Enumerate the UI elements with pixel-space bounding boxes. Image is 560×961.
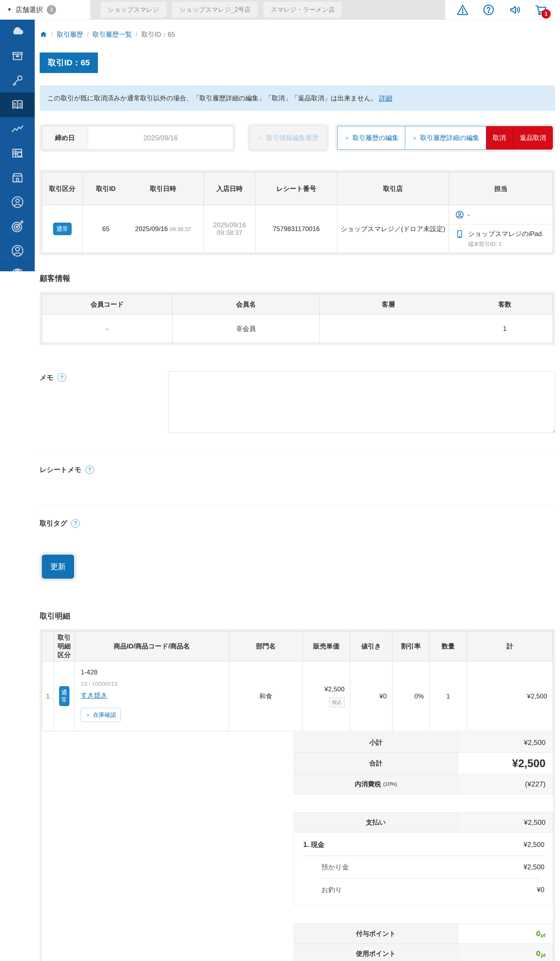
help-icon[interactable] — [482, 3, 495, 16]
home-icon[interactable] — [40, 31, 47, 38]
breadcrumb-separator: / — [51, 31, 53, 38]
cell-product: 1-428 13 / 10000013 すき焼き ＞ 在庫確認 — [75, 661, 229, 731]
col-detail-type: 取引明細区分 — [54, 632, 75, 661]
col-entry-datetime: 入店日時 — [204, 172, 256, 205]
transaction-datetime-value: 2025/09/16 09:38:37 — [126, 225, 200, 233]
sidebar-item-analytics[interactable] — [0, 117, 35, 141]
sidebar-item-campaign[interactable] — [0, 214, 35, 239]
controls-row: 締め日 2025/09/16 ＞ 取引情報編集履歴 ＞ 取引履歴の編集 — [40, 126, 555, 149]
transaction-table: 取引区分 取引ID 取引日時 入店日時 レシート番号 取引店 担当 通常 — [42, 172, 553, 253]
chevron-right-icon: ＞ — [344, 134, 350, 141]
announcement-icon[interactable] — [508, 3, 521, 16]
update-button[interactable]: 更新 — [42, 554, 74, 579]
sidebar-item-members[interactable] — [0, 190, 35, 214]
receipt-memo-help-icon[interactable]: ? — [85, 466, 94, 474]
points-row-used: 使用ポイント 0 pt — [294, 944, 553, 961]
granted-points-label: 付与ポイント — [294, 924, 458, 943]
store-tab[interactable]: ショップスマレジ_2号店 — [172, 2, 258, 18]
deposit-row: 預かり金 ¥2,500 — [294, 856, 553, 878]
product-name-link[interactable]: すき焼き — [81, 691, 108, 699]
sidebar-item-transactions[interactable] — [0, 93, 35, 117]
tax-included-badge: 税込 — [329, 697, 345, 707]
customer-table-card: 会員コード 会員名 客層 客数 - 非会員 1 — [40, 292, 555, 345]
used-points-label: 使用ポイント — [294, 944, 458, 961]
tax-row: 内消費税 (10%) (¥227) — [294, 774, 553, 794]
cell-staff: - ショップスマレジのiPad 端末取引ID: 1 — [449, 205, 553, 253]
transaction-detail-card: 取引明細区分 商品ID/商品コード/商品名 部門名 販売単価 値引き 割引率 数… — [40, 629, 555, 961]
edit-history-button[interactable]: ＞ 取引履歴の編集 — [337, 126, 406, 149]
detail-table: 取引明細区分 商品ID/商品コード/商品名 部門名 販売単価 値引き 割引率 数… — [42, 631, 553, 731]
customer-table: 会員コード 会員名 客層 客数 - 非会員 1 — [42, 294, 553, 343]
col-row-number — [42, 632, 54, 661]
sidebar-item-reports[interactable] — [0, 141, 35, 166]
col-quantity: 数量 — [430, 632, 467, 661]
sidebar-item-more[interactable] — [0, 263, 35, 271]
sidebar-item-key[interactable] — [0, 68, 35, 93]
transaction-time: 09:38:37 — [170, 226, 191, 232]
subtotal-row: 小計 ¥2,500 — [294, 732, 553, 753]
cancel-button[interactable]: 取消 — [486, 126, 513, 149]
memo-label: メモ — [40, 373, 54, 382]
detail-link[interactable]: 詳細 — [379, 94, 392, 102]
stock-check-button[interactable]: ＞ 在庫確認 — [81, 708, 120, 722]
return-cancel-button[interactable]: 返品取消 — [513, 126, 553, 149]
payment-method-amount: ¥2,500 — [524, 840, 544, 849]
payment-block: 支払い ¥2,500 1. 現金 ¥2,500 預かり金 ¥2,500 — [294, 812, 553, 905]
product-id: 1-428 — [81, 669, 223, 676]
col-staff: 担当 — [449, 172, 553, 205]
return-cancel-label: 返品取消 — [520, 133, 546, 142]
change-label: お釣り — [321, 885, 342, 894]
deposit-amount: ¥2,500 — [524, 863, 544, 871]
unit-price-value: ¥2,500 — [306, 685, 345, 693]
cell-quantity: 1 — [430, 661, 467, 731]
breadcrumb: / 取引履歴 / 取引履歴一覧 / 取引ID：65 — [40, 30, 555, 39]
store-tab[interactable]: スマレジ・ラーメン店 — [263, 2, 342, 18]
edit-info-history-button: ＞ 取引情報編集履歴 — [250, 126, 326, 149]
store-select-label: 店舗選択 — [16, 5, 43, 14]
store-tab[interactable]: ショップスマレジ — [101, 2, 166, 18]
sidebar-item-products[interactable] — [0, 44, 35, 68]
store-select[interactable]: ▼ 店舗選択 3 — [0, 0, 90, 19]
points-row-granted: 付与ポイント 0 pt — [294, 924, 553, 944]
transaction-detail-heading: 取引明細 — [40, 611, 555, 621]
payment-amount: ¥2,500 — [458, 813, 553, 832]
memo-help-icon[interactable]: ? — [58, 373, 66, 382]
edit-info-history-label: 取引情報編集履歴 — [266, 133, 319, 142]
cell-member-name: 非会員 — [173, 315, 320, 343]
row-number: 1 — [42, 661, 54, 731]
sidebar-item-store[interactable] — [0, 166, 35, 190]
info-alert: この取引が既に取消済みか通常取引以外の場合、「取引履歴詳細の編集」「取消」「返品… — [40, 85, 555, 111]
transaction-tag-help-icon[interactable]: ? — [71, 519, 80, 528]
product-code: 13 / 10000013 — [81, 680, 223, 687]
cell-line-total: ¥2,500 — [467, 661, 553, 731]
sidebar-item-staff[interactable] — [0, 239, 35, 263]
col-member-name: 会員名 — [173, 294, 320, 315]
memo-textarea[interactable] — [168, 371, 555, 433]
transaction-table-card: 取引区分 取引ID 取引日時 入店日時 レシート番号 取引店 担当 通常 — [40, 170, 555, 255]
transaction-tag-label: 取引タグ — [40, 519, 67, 528]
payment-method-row: 1. 現金 ¥2,500 — [294, 834, 553, 856]
change-amount: ¥0 — [537, 886, 544, 894]
col-customer-segment: 客層 — [320, 294, 457, 315]
sidebar-item-cloud[interactable] — [0, 20, 35, 44]
warning-icon[interactable] — [456, 3, 469, 16]
col-discount: 値引き — [350, 632, 392, 661]
edit-history-detail-button[interactable]: ＞ 取引履歴詳細の編集 — [405, 126, 486, 149]
terminal-name: ショップスマレジのiPad — [468, 230, 542, 238]
breadcrumb-current: 取引ID：65 — [141, 30, 175, 39]
cell-member-code: - — [42, 315, 173, 343]
cart-icon[interactable]: 1 — [534, 3, 547, 16]
closing-date-value[interactable]: 2025/09/16 — [88, 126, 233, 149]
change-row: お釣り ¥0 — [294, 879, 553, 901]
breadcrumb-link-history-list[interactable]: 取引履歴一覧 — [92, 30, 132, 39]
edit-history-detail-label: 取引履歴詳細の編集 — [420, 133, 479, 142]
transaction-date: 2025/09/16 — [135, 225, 168, 233]
chevron-right-icon: ＞ — [412, 134, 417, 141]
points-number: 0 — [536, 929, 540, 938]
sidebar — [0, 20, 35, 271]
page-title: 取引ID：65 — [40, 53, 98, 73]
normal-badge: 通常 — [59, 686, 69, 706]
col-unit-price: 販売単価 — [303, 632, 350, 661]
breadcrumb-link-history[interactable]: 取引履歴 — [57, 30, 83, 39]
detail-row: 1 通常 1-428 13 / 10000013 すき焼き ＞ 在庫確認 — [42, 661, 553, 731]
